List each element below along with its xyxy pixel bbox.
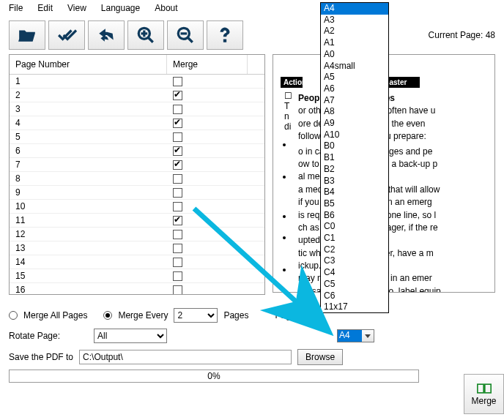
merge-checkbox[interactable] xyxy=(173,188,182,198)
table-row[interactable]: 4 xyxy=(10,116,264,130)
table-row[interactable]: 8 xyxy=(10,172,264,186)
save-label: Save the PDF to xyxy=(9,352,73,362)
merge-checkbox[interactable] xyxy=(173,244,182,253)
page-size-select[interactable]: A4 xyxy=(337,329,363,342)
table-row[interactable]: 13 xyxy=(10,241,264,255)
merge-every-radio[interactable] xyxy=(103,311,112,320)
cell-merge xyxy=(167,269,248,282)
menu-file[interactable]: File xyxy=(9,3,23,13)
page-size-option[interactable]: A6 xyxy=(321,83,388,95)
page-size-option[interactable]: C6 xyxy=(321,290,388,302)
page-size-option[interactable]: A4 xyxy=(321,3,388,15)
merge-checkbox[interactable] xyxy=(173,146,182,156)
undo-button[interactable] xyxy=(88,20,125,50)
merge-checkbox[interactable] xyxy=(173,160,182,170)
table-row[interactable]: 5 xyxy=(10,130,264,144)
table-row[interactable]: 14 xyxy=(10,255,264,269)
cell-pagenum: 12 xyxy=(10,228,167,241)
merge-checkbox[interactable] xyxy=(173,258,182,267)
table-row[interactable]: 15 xyxy=(10,269,264,283)
content: Page Number Merge 1234567891011121314151… xyxy=(0,54,504,295)
merge-checkbox[interactable] xyxy=(173,285,182,295)
table-row[interactable]: 7 xyxy=(10,158,264,172)
page-size-option[interactable]: B2 xyxy=(321,164,388,176)
open-button[interactable] xyxy=(9,20,45,50)
page-size-option[interactable]: B1 xyxy=(321,152,388,164)
table-row[interactable]: 11 xyxy=(10,214,264,228)
merge-checkbox[interactable] xyxy=(173,77,182,86)
merge-checkbox[interactable] xyxy=(173,105,182,114)
page-size-option[interactable]: C3 xyxy=(321,255,388,267)
page-size-option[interactable]: A8 xyxy=(321,106,388,118)
page-size-option[interactable]: A5 xyxy=(321,72,388,83)
page-size-option[interactable]: C0 xyxy=(321,221,388,233)
page-size-option[interactable]: A0 xyxy=(321,49,388,61)
cell-pagenum: 7 xyxy=(10,158,167,171)
table-row[interactable]: 10 xyxy=(10,200,264,214)
page-size-option[interactable]: A10 xyxy=(321,130,388,141)
menu-view[interactable]: View xyxy=(67,3,86,13)
merge-checkbox[interactable] xyxy=(173,271,182,281)
page-size-dropdown-arrow[interactable] xyxy=(362,329,374,342)
merge-checkbox[interactable] xyxy=(173,174,182,184)
table-row[interactable]: 12 xyxy=(10,228,264,241)
merge-checkbox[interactable] xyxy=(173,132,182,142)
merge-button[interactable]: Merge xyxy=(464,374,504,414)
table-header: Page Number Merge xyxy=(10,55,264,75)
page-size-option[interactable]: A7 xyxy=(321,95,388,107)
table-row[interactable]: 9 xyxy=(10,186,264,200)
cell-pagenum: 5 xyxy=(10,130,167,143)
merge-every-label: Merge Every xyxy=(118,310,168,320)
page-size-option[interactable]: A4small xyxy=(321,61,388,72)
cell-merge xyxy=(167,116,248,130)
table-row[interactable]: 2 xyxy=(10,89,264,102)
menu-about[interactable]: About xyxy=(155,3,177,13)
table-row[interactable]: 16 xyxy=(10,283,264,294)
apply-button[interactable] xyxy=(48,20,85,50)
merge-checkbox[interactable] xyxy=(173,216,182,225)
page-size-option[interactable]: 11x17 xyxy=(321,301,388,313)
cell-pagenum: 14 xyxy=(10,255,167,269)
browse-button[interactable]: Browse xyxy=(297,349,343,365)
table-row[interactable]: 1 xyxy=(10,75,264,89)
page-size-option[interactable]: C4 xyxy=(321,267,388,279)
cell-merge xyxy=(167,158,248,171)
page-size-option[interactable]: B4 xyxy=(321,187,388,198)
col-pagenum[interactable]: Page Number xyxy=(10,55,167,74)
merge-all-radio[interactable] xyxy=(9,311,18,320)
menu-edit[interactable]: Edit xyxy=(37,3,53,13)
rotate-select[interactable]: All xyxy=(94,329,167,343)
page-size-option[interactable]: C2 xyxy=(321,244,388,256)
page-size-option[interactable]: B0 xyxy=(321,140,388,152)
question-icon xyxy=(214,26,236,45)
cell-pagenum: 1 xyxy=(10,75,167,88)
merge-checkbox[interactable] xyxy=(173,119,182,128)
table-body[interactable]: 12345678910111213141516 xyxy=(10,75,264,294)
cell-pagenum: 3 xyxy=(10,102,167,116)
save-path-input[interactable] xyxy=(79,350,292,364)
page-size-option[interactable]: A2 xyxy=(321,26,388,37)
table-row[interactable]: 6 xyxy=(10,144,264,158)
help-button[interactable] xyxy=(207,20,243,50)
menu-language[interactable]: Language xyxy=(101,3,140,13)
page-size-option[interactable]: C5 xyxy=(321,279,388,290)
cell-merge xyxy=(167,200,248,213)
zoom-out-button[interactable] xyxy=(167,20,204,50)
merge-every-value[interactable]: 2 xyxy=(174,308,218,323)
page-size-option[interactable]: C1 xyxy=(321,233,388,244)
table-row[interactable]: 3 xyxy=(10,102,264,116)
merge-checkbox[interactable] xyxy=(173,91,182,100)
col-merge[interactable]: Merge xyxy=(167,55,248,74)
page-size-option[interactable]: B6 xyxy=(321,210,388,222)
page-size-option[interactable]: B5 xyxy=(321,198,388,210)
cell-merge xyxy=(167,89,248,102)
page-size-option[interactable]: A1 xyxy=(321,37,388,49)
page-size-option[interactable]: A9 xyxy=(321,118,388,130)
page-size-dropdown-list[interactable]: A4A3A2A1A0A4smallA5A6A7A8A9A10B0B1B2B3B4… xyxy=(320,2,389,313)
merge-checkbox[interactable] xyxy=(173,230,182,239)
zoom-in-button[interactable] xyxy=(127,20,164,50)
page-size-option[interactable]: B3 xyxy=(321,176,388,187)
pages-label: Pages xyxy=(223,310,248,320)
page-size-option[interactable]: A3 xyxy=(321,15,388,26)
merge-checkbox[interactable] xyxy=(173,202,182,211)
